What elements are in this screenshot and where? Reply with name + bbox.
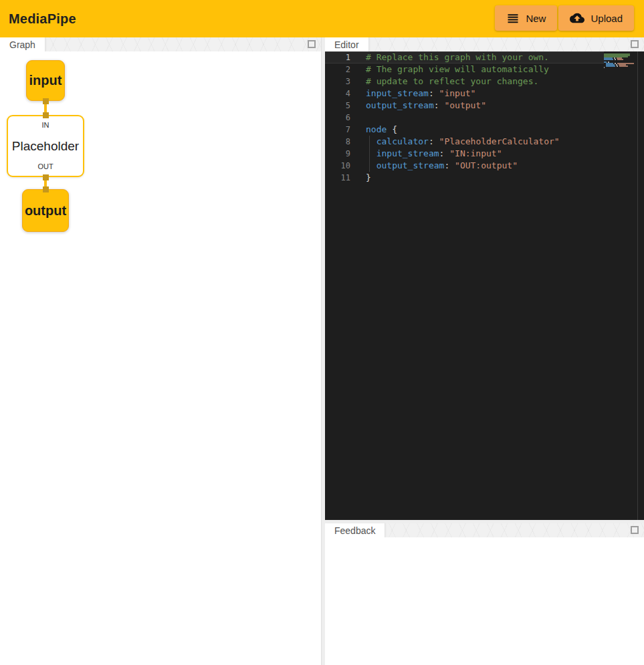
editor-overview-ruler[interactable] xyxy=(637,51,638,520)
code-line: 3# update to reflect your changes. xyxy=(325,76,604,88)
code-line: 8 calculator: "PlaceholderCalculator" xyxy=(325,136,604,148)
editor-popout-icon[interactable] xyxy=(631,40,639,48)
placeholder-in-port-label: IN xyxy=(8,121,83,129)
app-header: MediaPipe New Upload xyxy=(0,0,644,37)
output-input-port xyxy=(43,186,49,192)
app-title: MediaPipe xyxy=(9,11,76,27)
upload-button[interactable]: Upload xyxy=(558,5,634,31)
input-output-port xyxy=(43,98,49,104)
code-line: 7node { xyxy=(325,124,604,136)
editor-minimap[interactable] xyxy=(604,53,633,68)
feedback-tabstrip: Feedback xyxy=(325,523,644,537)
tab-feedback[interactable]: Feedback xyxy=(325,523,385,537)
graph-tabstrip: Graph xyxy=(0,37,321,51)
code-line: 4input_stream: "input" xyxy=(325,88,604,100)
new-button-label: New xyxy=(526,13,546,24)
graph-node-placeholder[interactable]: IN Placeholder OUT xyxy=(7,115,84,177)
graph-popout-icon[interactable] xyxy=(308,40,316,48)
menu-lines-icon xyxy=(506,11,520,25)
graph-node-output-label: output xyxy=(25,203,66,219)
graph-canvas[interactable]: input IN Placeholder OUT output xyxy=(0,51,321,665)
code-editor[interactable]: 1# Replace this graph with your own.2# T… xyxy=(325,51,644,520)
editor-panel: Editor 1# Replace this graph with your o… xyxy=(325,37,644,520)
right-column: Editor 1# Replace this graph with your o… xyxy=(325,37,644,665)
code-line: 1# Replace this graph with your own. xyxy=(325,51,604,63)
placeholder-input-port xyxy=(43,112,49,118)
code-line: 9 input_stream: "IN:input" xyxy=(325,148,604,160)
code-line: 5output_stream: "output" xyxy=(325,100,604,112)
tab-graph[interactable]: Graph xyxy=(0,37,45,51)
editor-tabstrip: Editor xyxy=(325,37,644,51)
code-line: 2# The graph view will automatically xyxy=(325,63,604,76)
graph-node-placeholder-label: Placeholder xyxy=(12,139,79,154)
cloud-upload-icon xyxy=(570,11,584,25)
graph-node-output[interactable]: output xyxy=(22,189,69,232)
code-lines: 1# Replace this graph with your own.2# T… xyxy=(325,51,604,184)
feedback-panel: Feedback xyxy=(325,523,644,665)
placeholder-out-port-label: OUT xyxy=(8,162,83,170)
tab-feedback-label: Feedback xyxy=(334,525,375,536)
new-button[interactable]: New xyxy=(495,5,557,31)
feedback-popout-icon[interactable] xyxy=(631,526,639,534)
tab-graph-label: Graph xyxy=(9,39,35,50)
upload-button-label: Upload xyxy=(591,13,623,24)
placeholder-output-port xyxy=(43,174,49,180)
graph-node-input[interactable]: input xyxy=(26,60,65,101)
code-line: 10 output_stream: "OUT:output" xyxy=(325,160,604,172)
code-line: 11} xyxy=(325,172,604,184)
graph-panel: Graph input IN Placeholder OUT output xyxy=(0,37,322,665)
tab-editor-label: Editor xyxy=(334,39,359,50)
feedback-content xyxy=(325,537,644,665)
header-buttons: New Upload xyxy=(495,5,634,31)
graph-node-input-label: input xyxy=(29,73,62,88)
main-area: Graph input IN Placeholder OUT output xyxy=(0,37,644,665)
tab-editor[interactable]: Editor xyxy=(325,37,369,51)
code-line: 6 xyxy=(325,112,604,124)
